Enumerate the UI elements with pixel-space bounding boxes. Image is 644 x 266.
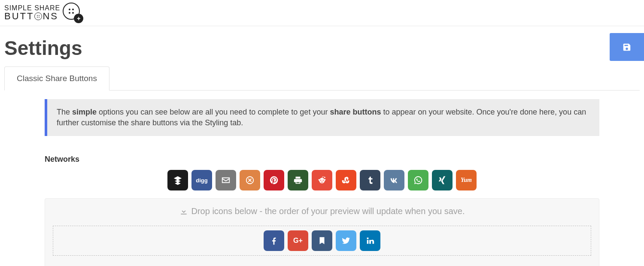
- network-facebook[interactable]: [264, 230, 284, 251]
- stumbleupon-icon: [341, 175, 351, 185]
- brand-line2: BUTT NS: [4, 12, 60, 21]
- svg-point-3: [323, 180, 324, 181]
- print-icon: [293, 175, 303, 185]
- svg-point-1: [319, 178, 325, 184]
- xing-icon: [437, 175, 447, 185]
- info-callout: The simple options you can see below are…: [45, 99, 599, 136]
- svg-point-5: [318, 179, 319, 181]
- svg-point-2: [320, 180, 321, 181]
- network-email[interactable]: [216, 170, 236, 190]
- network-pocket[interactable]: [312, 230, 332, 251]
- networks-heading: Networks: [45, 155, 599, 164]
- network-buffer[interactable]: [167, 170, 188, 190]
- pinterest-icon: [269, 175, 279, 185]
- buffer-icon: [173, 175, 182, 185]
- app-header: SIMPLE SHARE BUTT NS +: [0, 0, 644, 26]
- brand-logo: SIMPLE SHARE BUTT NS +: [4, 3, 83, 23]
- plus-icon: +: [74, 14, 83, 23]
- save-icon: [622, 42, 632, 52]
- twitter-icon: [341, 236, 351, 245]
- svg-point-6: [324, 179, 325, 181]
- yummly-icon: Yum: [461, 177, 472, 184]
- reddit-icon: [317, 175, 327, 185]
- available-networks-row: digg: [45, 170, 599, 190]
- facebook-icon: [269, 236, 279, 245]
- network-digg[interactable]: digg: [191, 170, 212, 190]
- network-pinterest[interactable]: [264, 170, 284, 190]
- tab-classic-share-buttons[interactable]: Classic Share Buttons: [4, 66, 109, 91]
- save-button[interactable]: [610, 33, 644, 61]
- network-twitter[interactable]: [336, 230, 356, 251]
- network-stumbleupon[interactable]: [336, 170, 356, 190]
- tumblr-icon: [365, 175, 375, 185]
- network-tumblr[interactable]: [360, 170, 380, 190]
- network-vk[interactable]: [384, 170, 404, 190]
- google-plus-icon: G+: [293, 237, 303, 245]
- brand-button-icon: +: [63, 3, 83, 23]
- vk-icon: [389, 175, 399, 185]
- bookmark-icon: [317, 236, 327, 245]
- network-flipboard[interactable]: [240, 170, 260, 190]
- linkedin-icon: [365, 236, 375, 245]
- network-whatsapp[interactable]: [408, 170, 428, 190]
- tab-bar: Classic Share Buttons: [4, 66, 640, 91]
- page-title: Settings: [4, 36, 640, 60]
- network-reddit[interactable]: [312, 170, 332, 190]
- network-linkedin[interactable]: [360, 230, 380, 251]
- download-icon: [179, 207, 188, 216]
- drop-caption: Drop icons below - the order of your pre…: [53, 206, 591, 216]
- network-xing[interactable]: [432, 170, 453, 190]
- network-print[interactable]: [288, 170, 308, 190]
- flipboard-icon: [245, 175, 255, 185]
- selected-networks-dropzone[interactable]: G+: [53, 226, 591, 256]
- email-icon: [221, 175, 231, 185]
- whatsapp-icon: [413, 175, 423, 185]
- selected-networks-panel: Drop icons below - the order of your pre…: [45, 198, 599, 266]
- network-yummly[interactable]: Yum: [456, 170, 477, 190]
- digg-icon: digg: [196, 177, 207, 184]
- network-google-plus[interactable]: G+: [288, 230, 308, 251]
- button-o-icon: [34, 12, 42, 20]
